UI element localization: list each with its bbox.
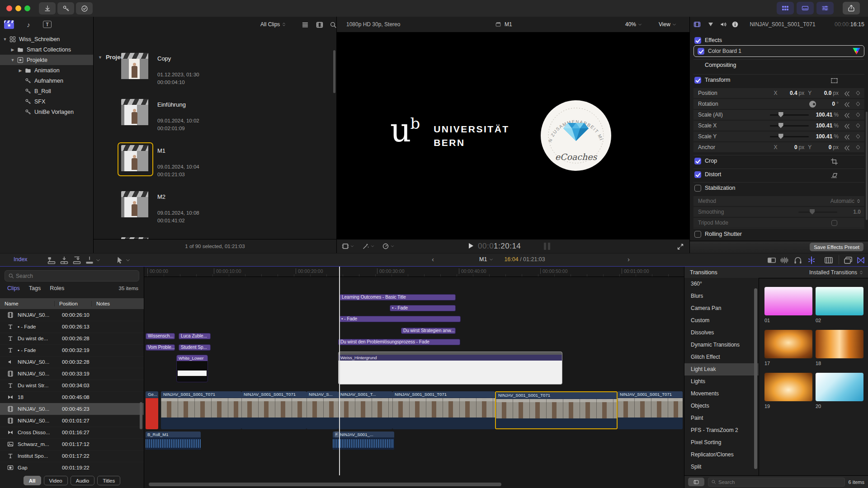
index-row-du-wirst-de[interactable]: Du wirst de...00:00:26:28 — [0, 333, 144, 345]
keyframe-diamond-icon[interactable] — [855, 123, 861, 128]
sidebar-item-sfx[interactable]: SFX — [0, 96, 93, 107]
transitions-browser-icon[interactable] — [856, 256, 865, 264]
video-clip-ninjav-s001-t[interactable]: NINJAV_S001_T... — [338, 391, 392, 429]
section-stabilization[interactable]: Stabilization — [690, 183, 868, 193]
video-clip-ninjav-s[interactable]: NINJAV_S... — [307, 391, 338, 429]
filter-tab-video[interactable]: Video — [44, 476, 68, 485]
sidebar-item-unibe-vorlagen[interactable]: UniBe Vorlagen — [0, 107, 93, 117]
search-icon[interactable] — [330, 21, 337, 28]
sidebar-item-b-roll[interactable]: B_Roll — [0, 86, 93, 96]
transition-category-360[interactable]: 360° — [684, 278, 759, 290]
transition-category-lights[interactable]: Lights — [684, 375, 759, 388]
list-view-icon[interactable] — [302, 21, 309, 28]
timeline-horizontal-scrollbar[interactable] — [149, 483, 501, 486]
transition-category-camera-pan[interactable]: Camera Pan — [684, 302, 759, 314]
video-clip-ninjav-s001-s001-t071[interactable]: NINJAV_S001_S001_T071 — [241, 391, 307, 429]
retime-button[interactable] — [382, 243, 394, 250]
reset-icon[interactable] — [843, 123, 850, 129]
index-row-gap[interactable]: Gap00:01:19:22 — [0, 462, 144, 474]
param-scale-y[interactable]: Scale Y100.41% — [693, 131, 864, 141]
transition-category-paint[interactable]: Paint — [684, 412, 759, 424]
section-crop[interactable]: Crop — [690, 155, 868, 166]
section-compositing[interactable]: Compositing — [690, 60, 868, 70]
audio-waveform-icon[interactable] — [780, 256, 789, 264]
transition-category-pfs-transzoom-2[interactable]: PFS - TransZoom 2 — [684, 424, 759, 436]
project-item-einf-hrung[interactable]: Einführung09.01.2024, 10:0200:02:01:09 — [94, 99, 333, 145]
keyframe-diamond-icon[interactable] — [855, 90, 861, 96]
column-header-name[interactable]: Name — [0, 301, 54, 306]
reset-icon[interactable] — [843, 145, 850, 150]
section-effects[interactable]: Effects — [690, 35, 868, 46]
filmstrip-hover-button[interactable] — [688, 478, 704, 486]
title-clip-du-wirst-strategien-anw[interactable]: Du wirst Strategien anw... — [401, 328, 456, 334]
effect-color-board[interactable]: Color Board 1 — [693, 45, 864, 57]
slider-thumb[interactable] — [810, 209, 815, 215]
disclosure-triangle-icon[interactable]: ▶ — [18, 68, 23, 73]
viewer-canvas[interactable]: ub UNIVERSITÄTBERN IN ZUSAMMENARBEIT MIT — [337, 32, 689, 239]
sidebar-item-smart-collections[interactable]: ▶Smart Collections — [0, 44, 93, 55]
sidebar-item-animation[interactable]: ▶Animation — [0, 65, 93, 75]
timeline-clip-weiss-hintergrund[interactable]: Weiss_Hintergrund — [338, 352, 562, 385]
index-row-du-wirst-str[interactable]: Du wirst Str...00:00:34:03 — [0, 380, 144, 392]
transition-thumbnail-20[interactable] — [816, 373, 863, 401]
timeline-toggle-button[interactable] — [797, 2, 814, 14]
filmstrip-view-icon[interactable] — [316, 21, 323, 28]
transition-category-dynamic-transitions[interactable]: Dynamic Transitions — [684, 339, 759, 351]
keyframe-diamond-icon[interactable] — [855, 112, 861, 117]
slider-thumb[interactable] — [778, 123, 783, 128]
param-value[interactable]: 0 — [821, 101, 835, 107]
index-view-clips[interactable]: Clips — [7, 285, 20, 291]
media-clapper-icon[interactable]: ★ — [4, 20, 14, 29]
index-row-18[interactable]: 1800:00:45:08 — [0, 391, 144, 404]
checkbox-transform[interactable] — [694, 77, 701, 84]
video-inspector-icon[interactable] — [693, 21, 701, 28]
param-value[interactable]: 0 — [778, 144, 797, 150]
keywords-button[interactable] — [57, 2, 74, 14]
index-scrollbar[interactable] — [140, 402, 142, 429]
append-edit-icon[interactable] — [72, 256, 81, 264]
minimize-window-button[interactable] — [15, 5, 21, 11]
transitions-search-field[interactable]: Search — [708, 478, 845, 487]
slider-thumb[interactable] — [778, 134, 783, 139]
color-board-icon[interactable] — [853, 48, 860, 55]
inspector-toggle-button[interactable] — [816, 2, 834, 14]
checkbox-effects[interactable] — [694, 37, 701, 44]
project-item-m2[interactable]: M209.01.2024, 10:0800:01:41:02 — [94, 191, 333, 237]
project-item-copy[interactable]: Copy01.12.2023, 01:3000:00:04:10 — [94, 53, 333, 99]
connect-edit-icon[interactable] — [47, 256, 56, 264]
keyframe-diamond-icon[interactable] — [855, 101, 861, 107]
title-clip-vom-proble[interactable]: Vom Proble... — [146, 344, 175, 351]
title-clip-fade[interactable]: • - Fade — [339, 316, 461, 322]
param-position[interactable]: PositionX0.4pxY0.0px — [693, 88, 864, 98]
param-scale-all[interactable]: Scale (All)100.41% — [693, 110, 864, 120]
transition-thumbnail-18[interactable] — [816, 330, 863, 358]
disclosure-triangle-icon[interactable]: ▼ — [3, 37, 7, 42]
media-browser-icon[interactable] — [844, 256, 853, 264]
headphones-icon[interactable] — [793, 256, 802, 264]
filter-tab-all[interactable]: All — [24, 476, 41, 485]
overwrite-edit-icon[interactable] — [85, 256, 94, 264]
param-value[interactable]: 0.4 — [778, 90, 797, 96]
crop-icon[interactable] — [830, 158, 838, 164]
index-row-cross-disso[interactable]: Cross Disso...00:01:16:27 — [0, 427, 144, 439]
sidebar-item-projekte[interactable]: ▼Projekte — [0, 55, 93, 65]
checkbox-color-board[interactable] — [698, 48, 704, 55]
filmstrip-icon[interactable] — [824, 256, 833, 264]
video-clip-ge[interactable]: Ge... — [146, 391, 158, 429]
reset-icon[interactable] — [843, 112, 850, 118]
chevron-down-icon[interactable] — [96, 258, 100, 266]
index-row-ninjav-s0[interactable]: NINJAV_S0...00:00:32:28 — [0, 356, 144, 368]
background-tasks-button[interactable] — [76, 2, 93, 14]
insert-edit-icon[interactable] — [60, 256, 69, 264]
checkbox-crop[interactable] — [694, 158, 701, 164]
transition-thumbnail-19[interactable] — [764, 373, 812, 401]
transition-category-split[interactable]: Split — [684, 461, 759, 473]
reset-icon[interactable] — [843, 101, 850, 107]
transition-category-custom[interactable]: Custom — [684, 314, 759, 327]
play-button[interactable] — [469, 243, 473, 249]
section-rolling-shutter[interactable]: Rolling Shutter — [690, 229, 868, 239]
chevron-down-icon[interactable] — [126, 258, 130, 266]
param-method[interactable]: MethodAutomatic — [693, 196, 864, 206]
installed-transitions-dropdown[interactable]: Installed Transitions — [809, 269, 863, 276]
transition-category-replicator-clones[interactable]: Replicator/Clones — [684, 449, 759, 461]
